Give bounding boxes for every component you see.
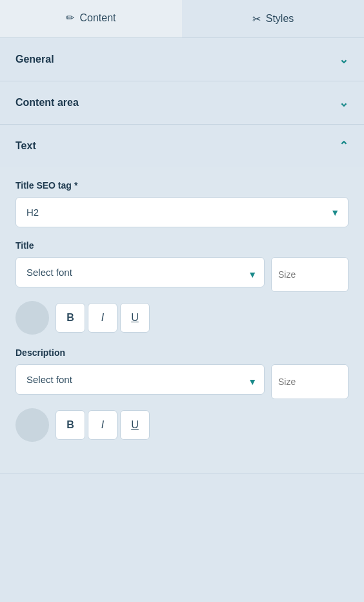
- title-seo-tag-group: Title SEO tag * H2 H1 H3 H4 H5 H6 ▼: [15, 180, 349, 227]
- title-size-wrapper: ▲ ▼: [271, 257, 349, 292]
- description-label: Description: [15, 348, 349, 358]
- description-font-select-wrapper: Select font ▼: [15, 364, 265, 399]
- section-general: General ⌄: [0, 38, 364, 81]
- tab-content[interactable]: ✏ Content: [0, 0, 182, 37]
- description-underline-button[interactable]: U: [120, 410, 150, 440]
- required-star: *: [74, 180, 77, 191]
- description-size-wrapper: ▲ ▼: [271, 364, 349, 399]
- title-size-input-container: ▲ ▼: [271, 257, 349, 292]
- description-style-buttons: B I U: [56, 410, 150, 440]
- title-font-size-row: Select font ▼ ▲ ▼: [15, 257, 349, 292]
- description-text-style-row: B I U: [15, 408, 349, 442]
- section-text-content: Title SEO tag * H2 H1 H3 H4 H5 H6 ▼ Titl…: [0, 167, 364, 473]
- title-font-select[interactable]: Select font: [15, 257, 265, 287]
- description-italic-button[interactable]: I: [88, 410, 117, 440]
- section-text-header[interactable]: Text ⌃: [0, 125, 364, 167]
- title-label: Title: [15, 240, 349, 251]
- description-bold-button[interactable]: B: [56, 410, 85, 440]
- description-color-swatch[interactable]: [15, 408, 49, 442]
- chevron-down-icon: ⌄: [339, 52, 349, 67]
- section-general-header[interactable]: General ⌄: [0, 38, 364, 81]
- description-font-group: Description Select font ▼ ▲ ▼: [15, 348, 349, 442]
- description-size-input[interactable]: [272, 365, 349, 399]
- description-size-input-container: ▲ ▼: [271, 364, 349, 399]
- description-font-select[interactable]: Select font: [15, 364, 265, 395]
- section-text: Text ⌃ Title SEO tag * H2 H1 H3 H4 H5 H6…: [0, 125, 364, 473]
- chevron-down-icon-2: ⌄: [339, 96, 349, 110]
- tab-styles-label: Styles: [266, 13, 294, 25]
- title-seo-tag-select[interactable]: H2 H1 H3 H4 H5 H6: [15, 197, 349, 227]
- title-italic-button[interactable]: I: [88, 303, 117, 333]
- section-content-area: Content area ⌄: [0, 81, 364, 125]
- description-font-size-row: Select font ▼ ▲ ▼: [15, 364, 349, 399]
- title-color-swatch[interactable]: [15, 301, 49, 335]
- title-style-buttons: B I U: [56, 303, 150, 333]
- title-underline-button[interactable]: U: [120, 303, 150, 333]
- section-text-title: Text: [15, 140, 36, 152]
- scissors-icon: ✂: [252, 13, 261, 25]
- title-text-style-row: B I U: [15, 301, 349, 335]
- pencil-icon: ✏: [66, 12, 74, 24]
- title-font-group: Title Select font ▼ ▲ ▼: [15, 240, 349, 335]
- section-content-area-title: Content area: [15, 97, 79, 109]
- title-size-input[interactable]: [272, 258, 349, 291]
- tab-content-label: Content: [79, 12, 116, 24]
- section-content-area-header[interactable]: Content area ⌄: [0, 81, 364, 124]
- title-seo-tag-label: Title SEO tag *: [15, 180, 349, 191]
- tab-bar: ✏ Content ✂ Styles: [0, 0, 364, 38]
- title-seo-tag-wrapper: H2 H1 H3 H4 H5 H6 ▼: [15, 197, 349, 227]
- chevron-up-icon: ⌃: [339, 139, 349, 153]
- section-general-title: General: [15, 54, 54, 65]
- title-font-select-wrapper: Select font ▼: [15, 257, 265, 292]
- tab-styles[interactable]: ✂ Styles: [182, 0, 364, 37]
- title-bold-button[interactable]: B: [56, 303, 85, 333]
